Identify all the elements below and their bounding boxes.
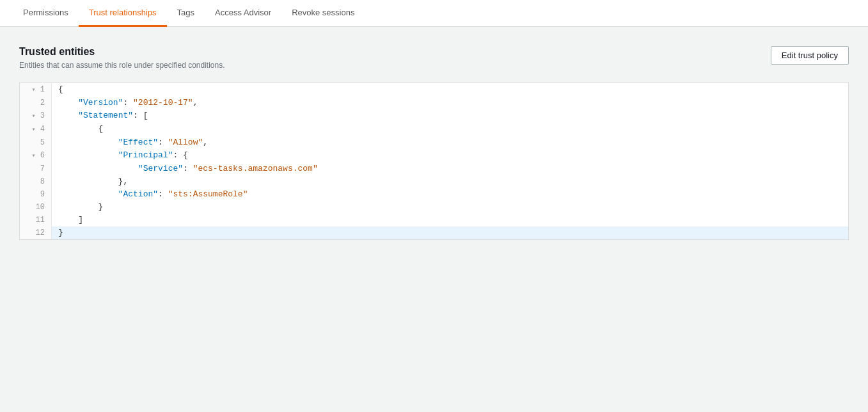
code-line-6: ▾ 6 "Principal": { xyxy=(20,149,848,162)
line-number-7: 7 xyxy=(20,162,52,175)
line-content-8: }, xyxy=(52,175,134,188)
code-line-10: 10 } xyxy=(20,201,848,214)
code-line-12: 12 } xyxy=(20,226,848,239)
tab-permissions[interactable]: Permissions xyxy=(13,0,79,27)
tab-access-advisor[interactable]: Access Advisor xyxy=(205,0,281,27)
line-number-10: 10 xyxy=(20,201,52,214)
code-line-9: 9 "Action": "sts:AssumeRole" xyxy=(20,188,848,201)
main-content: Trusted entities Entities that can assum… xyxy=(0,27,868,253)
line-content-10: } xyxy=(52,201,109,214)
edit-trust-policy-button[interactable]: Edit trust policy xyxy=(771,46,849,65)
code-editor: ▾ 1 { 2 "Version": "2012-10-17", ▾ 3 "St… xyxy=(19,83,849,240)
line-content-4: { xyxy=(52,123,109,136)
line-number-1: ▾ 1 xyxy=(20,83,52,97)
line-number-8: 8 xyxy=(20,175,52,188)
tab-revoke-sessions[interactable]: Revoke sessions xyxy=(281,0,365,27)
code-line-3: ▾ 3 "Statement": [ xyxy=(20,109,848,123)
code-line-7: 7 "Service": "ecs-tasks.amazonaws.com" xyxy=(20,162,848,175)
code-line-5: 5 "Effect": "Allow", xyxy=(20,136,848,149)
code-line-4: ▾ 4 { xyxy=(20,123,848,136)
line-number-9: 9 xyxy=(20,188,52,201)
tab-tags[interactable]: Tags xyxy=(167,0,205,27)
line-content-7: "Service": "ecs-tasks.amazonaws.com" xyxy=(52,162,324,175)
tabs-bar: Permissions Trust relationships Tags Acc… xyxy=(0,0,868,27)
line-content-9: "Action": "sts:AssumeRole" xyxy=(52,188,254,201)
line-number-6: ▾ 6 xyxy=(20,149,52,162)
line-number-2: 2 xyxy=(20,97,52,109)
line-content-12: } xyxy=(52,226,70,239)
section-title: Trusted entities xyxy=(19,46,225,58)
line-content-11: ] xyxy=(52,214,90,226)
line-content-2: "Version": "2012-10-17", xyxy=(52,97,204,109)
line-content-1: { xyxy=(52,83,70,96)
line-number-4: ▾ 4 xyxy=(20,123,52,136)
code-line-1: ▾ 1 { xyxy=(20,83,848,97)
line-content-5: "Effect": "Allow", xyxy=(52,136,214,149)
line-number-3: ▾ 3 xyxy=(20,109,52,123)
tab-trust-relationships[interactable]: Trust relationships xyxy=(79,0,167,27)
line-content-3: "Statement": [ xyxy=(52,109,154,122)
code-line-8: 8 }, xyxy=(20,175,848,188)
line-number-12: 12 xyxy=(20,226,52,239)
line-content-6: "Principal": { xyxy=(52,149,194,162)
code-line-2: 2 "Version": "2012-10-17", xyxy=(20,97,848,109)
line-number-11: 11 xyxy=(20,214,52,226)
section-info: Trusted entities Entities that can assum… xyxy=(19,46,225,70)
section-header: Trusted entities Entities that can assum… xyxy=(19,46,849,70)
line-number-5: 5 xyxy=(20,136,52,149)
section-description: Entities that can assume this role under… xyxy=(19,61,225,70)
code-line-11: 11 ] xyxy=(20,214,848,226)
